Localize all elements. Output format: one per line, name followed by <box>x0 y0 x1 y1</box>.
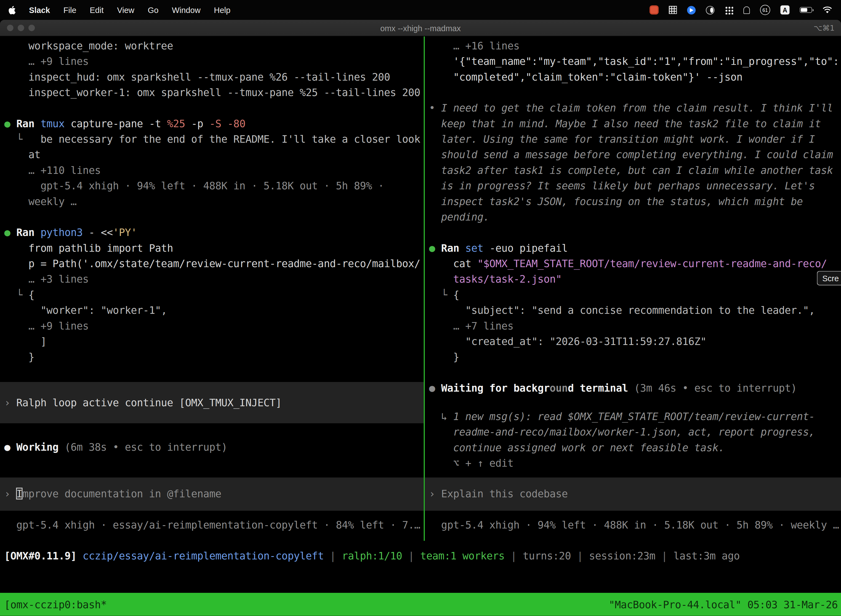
spacer <box>425 511 841 517</box>
screen-overlay-tooltip: Scre <box>817 271 841 285</box>
output-line: "worker": "worker-1", <box>0 302 424 318</box>
text-segment: cat <box>429 258 477 269</box>
text-segment: | <box>402 550 420 562</box>
text-segment: weekly … <box>4 195 77 207</box>
mailbox-notice: continue assigned work or next feasible … <box>425 440 841 455</box>
text-segment: should send a message before completing … <box>429 148 833 160</box>
window-grid-icon[interactable] <box>669 6 677 14</box>
text-segment: "$OMX_TEAM_STATE_ROOT/team/review-curren… <box>477 258 827 269</box>
text-segment: ↳ <box>429 411 453 422</box>
text-segment: › <box>429 488 441 500</box>
spacer <box>425 471 841 477</box>
text-segment: Waiting for backgr <box>441 382 549 394</box>
text-segment: cczip/essay/ai-reimplementation-copyleft <box>83 550 324 562</box>
menu-item-help[interactable]: Help <box>214 5 230 14</box>
prompt-suggestion[interactable]: › Explain this codebase <box>425 477 841 511</box>
output-line: ] <box>0 334 424 349</box>
text-segment: Ralph loop active continue [OMX_TMUX_INJ… <box>16 397 281 408</box>
zoom-button[interactable] <box>28 25 35 31</box>
screen-recording-icon[interactable] <box>649 5 659 14</box>
active-app-name[interactable]: Slack <box>29 5 50 14</box>
output-line: "created_at": "2026-03-31T11:59:27.816Z" <box>425 334 841 349</box>
text-segment: at <box>4 148 41 160</box>
text-segment: ● Working <box>4 441 59 453</box>
menu-item-edit[interactable]: Edit <box>90 5 104 14</box>
left-terminal-pane[interactable]: workspace_mode: worktree … +9 lines insp… <box>0 37 424 541</box>
menu-item-file[interactable]: File <box>63 5 76 14</box>
spacer <box>0 423 424 439</box>
text-segment: team:1 workers <box>420 550 505 562</box>
ghost-app-icon[interactable] <box>743 6 750 13</box>
text-segment: turns:20 <box>523 550 571 562</box>
window-shortcut-hint: ⌥⌘1 <box>814 24 835 32</box>
text-segment: … +7 lines <box>429 320 513 332</box>
text-segment: { <box>453 289 459 301</box>
prompt-input[interactable]: › Improve documentation in @filename <box>0 477 424 511</box>
working-indicator: ● Working (6m 38s • esc to interrupt) <box>0 439 424 455</box>
thinking-line: pending. <box>425 209 841 224</box>
wifi-icon[interactable] <box>822 6 832 13</box>
text-segment: "created_at": "2026-03-31T11:59:27.816Z" <box>429 335 706 347</box>
text-segment: 'PY' <box>113 226 137 238</box>
output-line: } <box>425 349 841 365</box>
right-terminal-pane[interactable]: … +16 lines '{"team_name":"my-team","tas… <box>425 37 841 541</box>
text-segment: session:23m <box>589 550 655 562</box>
share-app-icon[interactable] <box>687 6 696 14</box>
thinking-line: is in progress? It seems likely but perh… <box>425 178 841 194</box>
output-line: } <box>0 349 424 365</box>
text-segment: | <box>571 550 589 562</box>
text-segment: last:3m ago <box>674 550 740 562</box>
spacer <box>425 396 841 409</box>
text-segment: └ <box>4 289 28 301</box>
battery-icon[interactable] <box>800 7 812 13</box>
tmux-session-window-label[interactable]: [omx-cczip0:bash* <box>0 598 107 610</box>
screen: Slack File Edit View Go Window Help 61 A <box>0 0 841 616</box>
mailbox-notice: ↳ 1 new msg(s): read $OMX_TEAM_STATE_ROO… <box>425 409 841 424</box>
output-line: workspace_mode: worktree <box>0 38 424 54</box>
text-segment: - << <box>83 226 113 238</box>
text-segment: %25 <box>167 117 185 129</box>
text-segment: oun <box>549 382 568 394</box>
window-titlebar[interactable]: omx --xhigh --madmax ⌥⌘1 <box>0 20 841 37</box>
text-segment: • <box>429 102 441 114</box>
text-segment: … +9 lines <box>4 320 89 332</box>
menu-item-view[interactable]: View <box>117 5 134 14</box>
text-segment: gpt-5.4 xhigh · essay/ai-reimplementatio… <box>4 519 420 531</box>
text-segment: Ran <box>441 242 459 254</box>
text-segment <box>35 226 41 238</box>
text-segment: continue assigned work or next feasible … <box>429 441 725 453</box>
menu-item-go[interactable]: Go <box>148 5 159 14</box>
browser-app-icon[interactable] <box>706 6 714 14</box>
close-button[interactable] <box>7 25 13 31</box>
spacer <box>425 365 841 380</box>
output-line: └ { <box>0 287 424 302</box>
battery-percentage-badge[interactable]: 61 <box>760 5 771 15</box>
command-line: ● Ran python3 - <<'PY' <box>0 224 424 240</box>
text-segment: task2 after task1 is complete, but can I… <box>429 164 833 176</box>
command-line: ● Ran set -euo pipefail <box>425 241 841 256</box>
model-status-line: gpt-5.4 xhigh · essay/ai-reimplementatio… <box>0 517 424 532</box>
terminal-area[interactable]: workspace_mode: worktree … +9 lines insp… <box>0 37 841 593</box>
text-segment: pending. <box>429 211 489 223</box>
apple-menu-icon[interactable] <box>9 6 15 14</box>
text-segment: -p <box>185 117 209 129</box>
minimize-button[interactable] <box>18 25 24 31</box>
text-segment <box>459 242 465 254</box>
text-segment: └ <box>4 133 41 145</box>
tmux-panes: workspace_mode: worktree … +9 lines insp… <box>0 37 841 541</box>
spacer <box>425 85 841 100</box>
text-segment: | <box>505 550 523 562</box>
text-segment <box>35 117 41 129</box>
app-launcher-dots-icon[interactable] <box>725 6 733 14</box>
text-segment: -euo pipefail <box>484 242 568 254</box>
text-segment: python3 <box>41 226 83 238</box>
window-controls <box>7 25 35 31</box>
output-line: inspect_worker-1: omx sparkshell --tmux-… <box>0 85 424 100</box>
output-line: └ be necessary for the end of the README… <box>0 131 424 147</box>
text-segment <box>77 550 83 562</box>
keyboard-layout-icon[interactable]: A <box>780 5 790 14</box>
text-segment: ● <box>429 242 441 254</box>
menu-item-window[interactable]: Window <box>172 5 201 14</box>
queued-prompt[interactable]: › Ralph loop active continue [OMX_TMUX_I… <box>0 382 424 423</box>
usage-snippet: weekly … <box>0 194 424 209</box>
